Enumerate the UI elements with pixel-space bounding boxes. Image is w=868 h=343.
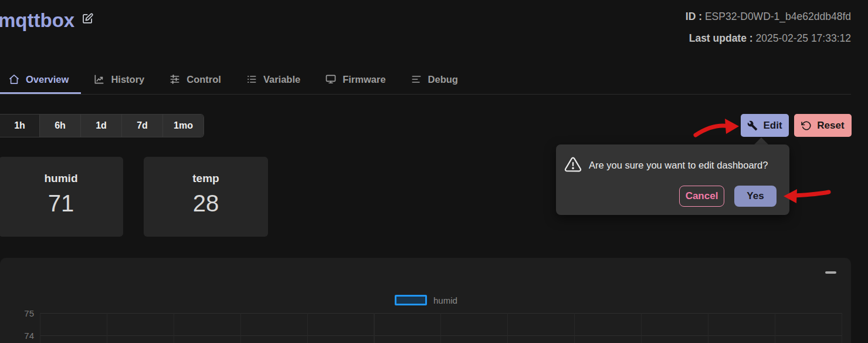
tab-overview[interactable]: Overview	[0, 65, 81, 94]
collapse-chart-button[interactable]	[825, 271, 836, 274]
range-1h-button[interactable]: 1h	[0, 115, 39, 137]
popover-actions: Cancel Yes	[679, 186, 777, 207]
stat-card-temp: temp 28	[144, 157, 268, 237]
monitor-icon	[325, 73, 337, 85]
text-lines-icon	[411, 73, 422, 85]
y-axis-tick: 75	[11, 308, 34, 318]
y-axis-tick: 74	[11, 331, 34, 341]
stat-label: humid	[45, 172, 78, 185]
tune-icon	[169, 73, 181, 85]
tab-bar: Overview History Control Variable	[0, 65, 851, 95]
range-1d-button[interactable]: 1d	[80, 115, 121, 137]
list-icon	[246, 73, 257, 85]
tab-variable[interactable]: Variable	[233, 65, 313, 94]
rotate-ccw-icon	[801, 120, 812, 131]
tab-label: Control	[187, 74, 221, 85]
tab-label: Debug	[428, 74, 458, 85]
device-id-label: ID :	[686, 11, 702, 22]
annotation-arrow-yes	[784, 189, 829, 203]
device-meta: ID : ESP32-D0WD-1_b4e62ddb48fd Last upda…	[686, 10, 851, 53]
range-1mo-button[interactable]: 1mo	[162, 115, 204, 137]
popover-message: Are you sure you want to edit dashboard?	[589, 160, 768, 171]
warning-icon	[564, 156, 582, 173]
edit-title-icon[interactable]	[82, 12, 94, 25]
page-title: mqttbox	[0, 9, 74, 32]
gridlines-vertical	[40, 313, 842, 343]
time-range-group: 1h 6h 1d 7d 1mo	[0, 114, 204, 137]
stat-value: 71	[48, 190, 74, 217]
stat-label: temp	[192, 172, 219, 185]
stat-value: 28	[193, 190, 219, 217]
annotation-arrow-edit	[696, 119, 739, 135]
tab-control[interactable]: Control	[157, 65, 233, 94]
tab-label: Overview	[26, 74, 69, 85]
last-update-row: Last update : 2025-02-25 17:33:12	[686, 32, 851, 45]
range-7d-button[interactable]: 7d	[121, 115, 162, 137]
tab-label: Firmware	[343, 74, 385, 85]
chart-line-icon	[93, 73, 105, 85]
device-id-row: ID : ESP32-D0WD-1_b4e62ddb48fd	[686, 10, 851, 23]
tab-firmware[interactable]: Firmware	[313, 65, 398, 94]
wrench-icon	[747, 120, 758, 131]
last-update-value: 2025-02-25 17:33:12	[756, 32, 852, 44]
tab-history[interactable]: History	[81, 65, 157, 94]
reset-button-label: Reset	[817, 120, 844, 132]
legend-item-humid[interactable]: humid	[395, 295, 457, 305]
tab-label: Variable	[263, 74, 300, 85]
legend-label: humid	[433, 295, 457, 305]
legend-marker	[395, 295, 427, 305]
home-icon	[8, 73, 20, 85]
yes-button[interactable]: Yes	[734, 186, 777, 207]
edit-button-label: Edit	[763, 120, 782, 132]
reset-button[interactable]: Reset	[794, 114, 852, 137]
stat-card-humid: humid 71	[0, 157, 123, 237]
edit-confirm-popover: Are you sure you want to edit dashboard?…	[556, 144, 789, 215]
range-6h-button[interactable]: 6h	[39, 115, 80, 137]
tab-debug[interactable]: Debug	[398, 65, 470, 94]
last-update-label: Last update :	[689, 32, 753, 44]
device-id-value: ESP32-D0WD-1_b4e62ddb48fd	[705, 11, 851, 22]
edit-button[interactable]: Edit	[741, 114, 789, 137]
cancel-button[interactable]: Cancel	[679, 186, 724, 207]
tab-label: History	[111, 74, 144, 85]
